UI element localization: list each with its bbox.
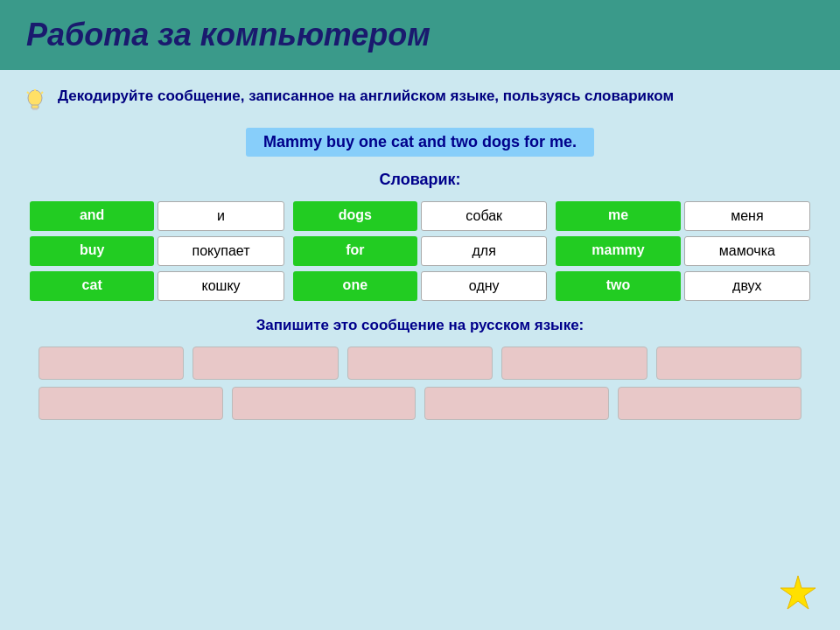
dict-pair: one одну <box>293 271 548 301</box>
dict-pair: and и <box>30 201 284 231</box>
dict-pair: two двух <box>556 271 810 301</box>
dict-column-2: dogs собак for для one одну <box>293 201 548 301</box>
content-area: Декодируйте сообщение, записанное на анг… <box>0 70 840 630</box>
bulb-icon <box>21 88 49 116</box>
instruction-text: Декодируйте сообщение, записанное на анг… <box>58 86 674 107</box>
dict-pair: dogs собак <box>293 201 548 231</box>
dict-key: dogs <box>293 201 417 231</box>
sentence-text: Mammy buy one cat and two dogs for me. <box>246 128 594 157</box>
svg-rect-2 <box>32 108 38 110</box>
answer-rows <box>21 346 819 420</box>
svg-marker-6 <box>780 576 816 609</box>
write-instruction: Запишите это сообщение на русском языке: <box>21 317 819 334</box>
dictionary-grid: and и buy покупает cat кошку dogs собак <box>21 201 819 301</box>
answer-input-7[interactable] <box>232 387 416 420</box>
dict-key: for <box>293 236 417 266</box>
dict-key: me <box>556 201 680 231</box>
answer-row-1 <box>38 346 802 380</box>
answer-input-1[interactable] <box>38 346 184 380</box>
dict-key: and <box>30 201 154 231</box>
dict-pair: mammy мамочка <box>556 236 810 266</box>
answer-row-2 <box>38 387 802 420</box>
dict-val: покупает <box>158 236 284 266</box>
answer-input-8[interactable] <box>424 387 609 420</box>
dict-val: одну <box>421 271 547 301</box>
dict-pair: buy покупает <box>30 236 284 266</box>
dict-pair: me меня <box>556 201 810 231</box>
answer-input-3[interactable] <box>347 346 493 380</box>
dict-val: и <box>158 201 284 231</box>
dict-key: buy <box>30 236 154 266</box>
answer-input-2[interactable] <box>192 346 338 380</box>
page-title: Работа за компьютером <box>26 17 430 53</box>
star-icon <box>777 572 819 614</box>
dict-key: one <box>293 271 417 301</box>
sentence-box: Mammy buy one cat and two dogs for me. <box>21 128 819 157</box>
header: Работа за компьютером <box>0 0 840 70</box>
dict-key: two <box>556 271 680 301</box>
svg-line-5 <box>27 92 29 94</box>
answer-input-6[interactable] <box>38 387 223 420</box>
answer-input-9[interactable] <box>618 387 802 420</box>
dict-key: mammy <box>556 236 680 266</box>
answer-input-4[interactable] <box>501 346 647 380</box>
dict-pair: for для <box>293 236 548 266</box>
svg-point-0 <box>28 90 42 106</box>
svg-line-4 <box>41 92 43 94</box>
svg-rect-1 <box>32 105 38 108</box>
answer-input-5[interactable] <box>656 346 802 380</box>
dict-val: мамочка <box>684 236 810 266</box>
dict-val: двух <box>684 271 810 301</box>
dict-pair: cat кошку <box>30 271 284 301</box>
dict-val: меня <box>684 201 810 231</box>
instruction-box: Декодируйте сообщение, записанное на анг… <box>21 86 819 116</box>
dict-key: cat <box>30 271 154 301</box>
dict-val: для <box>421 236 547 266</box>
dict-val: кошку <box>158 271 284 301</box>
dictionary-label: Словарик: <box>21 171 819 189</box>
dict-column-1: and и buy покупает cat кошку <box>30 201 284 301</box>
dict-column-3: me меня mammy мамочка two двух <box>556 201 810 301</box>
dict-val: собак <box>421 201 547 231</box>
